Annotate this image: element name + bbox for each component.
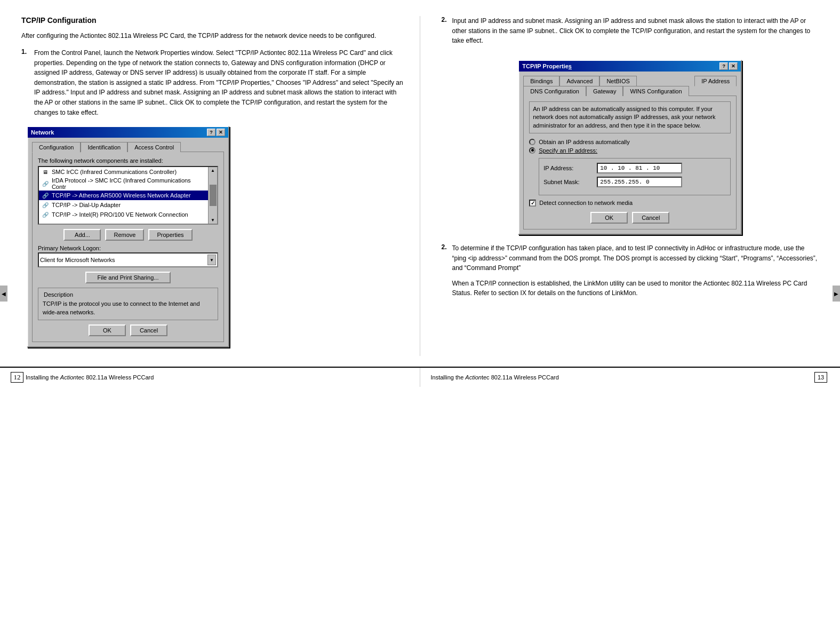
tcpip-tabs-row1: Bindings Advanced NetBIOS IP Address [523,76,737,86]
page-content: TCP/IP Configuration After configuring t… [0,0,840,367]
right-step2-num: 2. [442,16,452,54]
network-dialog-body: Configuration Identification Access Cont… [28,138,228,346]
footer-left: 12 Installing the Actiontec 802.11a Wire… [0,368,420,387]
detect-checkbox[interactable]: ✓ [529,200,536,207]
radio-obtain-label: Obtain an IP address automatically [539,139,629,145]
radio-specify-label: Specify an IP address: [539,147,597,154]
network-dialog-titlebar: Network ? ✕ [28,127,228,138]
tcpip-cancel-button[interactable]: Cancel [632,212,669,224]
list-item-text-4: TCP/IP -> Dial-Up Adapter [52,202,121,208]
right-step2-text: Input and IP address and subnet mask. As… [452,16,819,46]
detect-connection-row: ✓ Detect connection to network media [529,200,731,207]
list-item-text-1: SMC IrCC (Infrared Communications Contro… [52,169,177,175]
item-icon-4: 🔗 [41,201,50,209]
subnet-mask-row: Subnet Mask: 255.255.255. 0 [543,177,726,187]
tab-bindings[interactable]: Bindings [523,76,559,86]
network-list-items: 🖥 SMC IrCC (Infrared Communications Cont… [39,167,208,224]
select-arrow[interactable]: ▼ [207,255,216,265]
tab-gateway[interactable]: Gateway [586,86,623,96]
right-page-number: 13 [814,372,829,383]
left-column: TCP/IP Configuration After configuring t… [21,16,420,356]
footer-right: Installing the Actiontec 802.11a Wireles… [420,368,841,387]
radio-obtain-circle[interactable] [529,139,535,145]
list-item[interactable]: 🔗 TCP/IP -> Intel(R) PRO/100 VE Network … [39,210,208,219]
primary-logon-select[interactable]: Client for Microsoft Networks ▼ [38,252,218,267]
radio-specify-circle[interactable] [529,147,535,154]
titlebar-buttons: ? ✕ [207,129,225,136]
tab-ip-address[interactable]: IP Address [694,76,737,86]
right-step3-text1: To determine if the TCP/IP configuration… [452,243,819,273]
ip-address-input[interactable]: 10 . 10 . 81 . 10 [597,163,682,173]
file-print-button[interactable]: File and Print Sharing... [85,272,171,283]
description-group: Description TCP/IP is the protocol you u… [38,288,218,320]
left-page-number: 12 [11,372,23,383]
properties-button[interactable]: Properties [148,229,192,241]
network-tabs-row: Configuration Identification Access Cont… [32,142,224,152]
tcpip-help-button[interactable]: ? [719,62,728,70]
footer-left-text: Installing the Actiontec 802.11a Wireles… [26,374,154,381]
footer: 12 Installing the Actiontec 802.11a Wire… [0,367,840,387]
subnet-mask-input[interactable]: 255.255.255. 0 [597,177,682,187]
subnet-mask-label: Subnet Mask: [543,179,597,185]
network-ok-cancel-row: OK Cancel [38,324,218,336]
tcpip-dialog: TCP/IP Properties ? ✕ Bindings Advanced … [518,60,742,235]
list-item-selected[interactable]: 🔗 TCP/IP -> Atheros AR5000 Wireless Netw… [39,191,208,200]
item-icon-1: 🖥 [41,168,50,176]
detect-label: Detect connection to network media [539,200,633,206]
item-icon-2: 🔗 [41,179,50,188]
item-icon-5: 🔗 [41,210,50,219]
left-step1-num: 1. [21,48,32,117]
listbox-scrollbar[interactable]: ▲ ▼ [208,167,217,224]
tcpip-dialog-title: TCP/IP Properties [522,63,572,69]
ip-fields-box: IP Address: 10 . 10 . 81 . 10 Subnet Mas… [539,158,731,195]
right-page-arrow[interactable]: ▶ [833,286,840,302]
right-step3: 2. To determine if the TCP/IP configurat… [442,243,819,298]
left-page-arrow[interactable]: ◀ [0,286,7,302]
tab-identification[interactable]: Identification [81,142,127,152]
tab-advanced[interactable]: Advanced [559,76,599,86]
page-wrapper: ◀ ▶ TCP/IP Configuration After configuri… [0,0,840,387]
list-item-text-5: TCP/IP -> Intel(R) PRO/100 VE Network Co… [52,211,188,218]
add-button[interactable]: Add... [63,229,101,241]
tcpip-tab-content: An IP address can be automatically assig… [523,96,737,229]
tcpip-info-text: An IP address can be automatically assig… [529,101,731,133]
tcpip-tabs-row2: DNS Configuration Gateway WINS Configura… [523,86,737,96]
list-item[interactable]: 🔗 IrDA Protocol -> SMC IrCC (Infrared Co… [39,177,208,191]
ip-address-label: IP Address: [543,165,597,171]
right-step2: 2. Input and IP address and subnet mask.… [442,16,819,54]
help-button[interactable]: ? [207,129,215,136]
close-button[interactable]: ✕ [217,129,225,136]
tab-dns-config[interactable]: DNS Configuration [523,86,586,96]
radio-specify[interactable]: Specify an IP address: [529,147,731,154]
left-intro: After configuring the Actiontec 802.11a … [21,31,404,41]
remove-button[interactable]: Remove [105,229,144,241]
list-item-text-3: TCP/IP -> Atheros AR5000 Wireless Networ… [52,192,191,199]
tab-netbios[interactable]: NetBIOS [599,76,636,86]
tab-wins-config[interactable]: WINS Configuration [623,86,689,96]
primary-logon-value: Client for Microsoft Networks [40,257,115,263]
ip-address-row: IP Address: 10 . 10 . 81 . 10 [543,163,726,173]
list-item[interactable]: 🖥 SMC IrCC (Infrared Communications Cont… [39,167,208,177]
network-btn-row: Add... Remove Properties [38,229,218,241]
network-listbox[interactable]: 🖥 SMC IrCC (Infrared Communications Cont… [38,166,218,225]
right-step3-num: 2. [442,243,452,298]
description-label: Description [43,291,74,298]
right-step3-text2: When a TCP/IP connection is established,… [452,279,819,298]
right-column: 2. Input and IP address and subnet mask.… [420,16,819,356]
radio-obtain-auto[interactable]: Obtain an IP address automatically [529,139,731,145]
tcpip-dialog-body: Bindings Advanced NetBIOS IP Address DNS… [519,72,741,234]
radio-group: Obtain an IP address automatically Speci… [529,139,731,154]
network-ok-button[interactable]: OK [89,324,126,336]
right-page-num-box: 13 [814,372,827,383]
left-step1-text: From the Control Panel, launch the Netwo… [34,48,404,117]
list-item[interactable]: 🔗 TCP/IP -> Dial-Up Adapter [39,200,208,210]
tcpip-titlebar-buttons: ? ✕ [719,62,738,70]
network-list-label: The following network components are ins… [38,157,218,164]
left-step1: 1. From the Control Panel, launch the Ne… [21,48,404,117]
tcpip-ok-cancel-row: OK Cancel [529,212,731,224]
tab-configuration[interactable]: Configuration [32,142,81,153]
tcpip-ok-button[interactable]: OK [590,212,628,224]
tcpip-close-button[interactable]: ✕ [729,62,738,70]
tab-access-control[interactable]: Access Control [127,142,181,152]
network-cancel-button[interactable]: Cancel [130,324,167,336]
